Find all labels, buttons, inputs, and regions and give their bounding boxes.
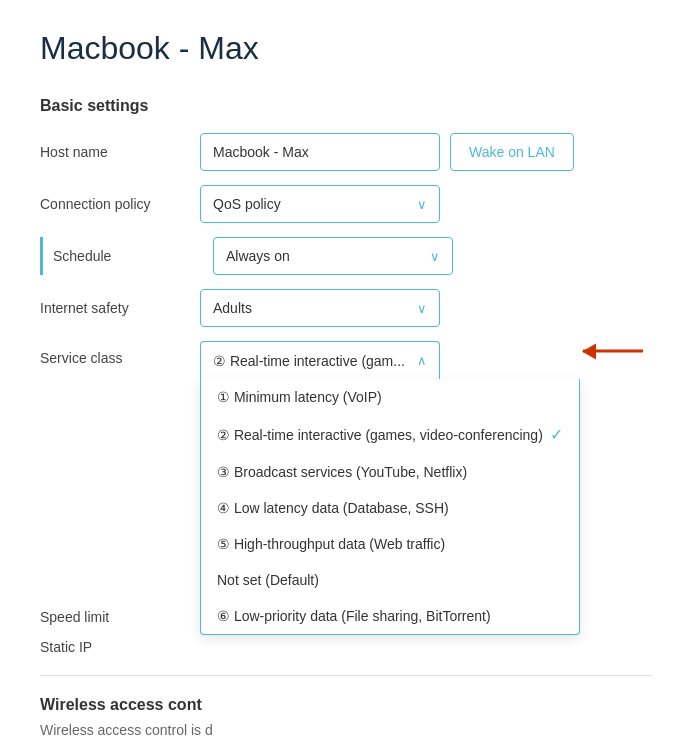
red-arrow — [583, 350, 643, 353]
schedule-select[interactable]: Always on ∨ — [213, 237, 453, 275]
static-ip-row: Static IP — [40, 639, 653, 655]
static-ip-label: Static IP — [40, 639, 200, 655]
dropdown-item-3[interactable]: ③ Broadcast services (YouTube, Netflix) — [201, 454, 579, 490]
connection-policy-label: Connection policy — [40, 196, 200, 212]
schedule-value: Always on — [226, 248, 290, 264]
host-name-label: Host name — [40, 144, 200, 160]
internet-safety-label: Internet safety — [40, 300, 200, 316]
internet-safety-select[interactable]: Adults ∨ — [200, 289, 440, 327]
basic-settings-title: Basic settings — [40, 97, 653, 115]
dropdown-item-2-label: ② Real-time interactive (games, video-co… — [217, 427, 543, 443]
dropdown-item-5-label: ⑤ High-throughput data (Web traffic) — [217, 536, 445, 552]
schedule-label: Schedule — [53, 248, 213, 264]
arrow-head-icon — [582, 343, 596, 359]
host-name-row: Host name Wake on LAN — [40, 133, 653, 171]
wireless-section-title: Wireless access cont — [40, 696, 653, 714]
dropdown-item-4-label: ④ Low latency data (Database, SSH) — [217, 500, 449, 516]
service-class-row: Service class ② Real-time interactive (g… — [40, 341, 653, 379]
dropdown-item-default[interactable]: Not set (Default) — [201, 562, 579, 598]
service-class-dropdown: ① Minimum latency (VoIP) ② Real-time int… — [200, 379, 580, 635]
dropdown-item-5[interactable]: ⑤ High-throughput data (Web traffic) — [201, 526, 579, 562]
dropdown-item-2[interactable]: ② Real-time interactive (games, video-co… — [201, 415, 579, 454]
chevron-down-icon: ∨ — [430, 249, 440, 264]
dropdown-item-1[interactable]: ① Minimum latency (VoIP) — [201, 379, 579, 415]
schedule-row: Schedule Always on ∨ — [40, 237, 653, 275]
section-divider — [40, 675, 653, 676]
wireless-section: Wireless access cont Wireless access con… — [40, 696, 653, 738]
speed-limit-label: Speed limit — [40, 609, 200, 625]
chevron-down-icon: ∨ — [417, 301, 427, 316]
connection-policy-select[interactable]: QoS policy ∨ — [200, 185, 440, 223]
service-class-selected-value: ② Real-time interactive (gam... — [213, 353, 405, 369]
wake-on-lan-button[interactable]: Wake on LAN — [450, 133, 574, 171]
page-title: Macbook - Max — [40, 30, 653, 67]
internet-safety-row: Internet safety Adults ∨ — [40, 289, 653, 327]
service-class-wrapper: ② Real-time interactive (gam... ∧ ① Mini… — [200, 341, 440, 379]
service-class-label: Service class — [40, 341, 200, 366]
dropdown-item-1-label: ① Minimum latency (VoIP) — [217, 389, 382, 405]
chevron-down-icon: ∨ — [417, 197, 427, 212]
service-class-select[interactable]: ② Real-time interactive (gam... ∧ — [200, 341, 440, 379]
host-name-controls: Wake on LAN — [200, 133, 574, 171]
dropdown-item-6[interactable]: ⑥ Low-priority data (File sharing, BitTo… — [201, 598, 579, 634]
dropdown-item-4[interactable]: ④ Low latency data (Database, SSH) — [201, 490, 579, 526]
chevron-up-icon: ∧ — [417, 353, 427, 368]
dropdown-item-default-label: Not set (Default) — [217, 572, 319, 588]
basic-settings-section: Basic settings Host name Wake on LAN Con… — [40, 97, 653, 655]
internet-safety-value: Adults — [213, 300, 252, 316]
host-name-input[interactable] — [200, 133, 440, 171]
checkmark-icon: ✓ — [550, 425, 563, 444]
connection-policy-value: QoS policy — [213, 196, 281, 212]
dropdown-item-3-label: ③ Broadcast services (YouTube, Netflix) — [217, 464, 467, 480]
dropdown-item-6-label: ⑥ Low-priority data (File sharing, BitTo… — [217, 608, 491, 624]
connection-policy-row: Connection policy QoS policy ∨ — [40, 185, 653, 223]
wireless-section-description: Wireless access control is d — [40, 722, 653, 738]
